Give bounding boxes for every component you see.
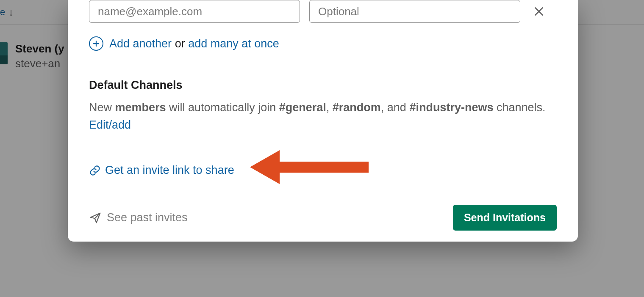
close-icon: [533, 6, 544, 17]
modal-bottom-row: See past invites Send Invitations: [89, 205, 557, 231]
email-input[interactable]: [89, 0, 300, 23]
invite-input-row: [89, 0, 557, 23]
plus-circle-icon[interactable]: [89, 36, 103, 51]
get-invite-link[interactable]: Get an invite link to share: [89, 164, 557, 177]
dc-channel-industry: #industry-news: [409, 101, 493, 114]
default-channels-heading: Default Channels: [89, 79, 557, 92]
add-another-link[interactable]: Add another: [109, 37, 172, 50]
add-another-row: Add another or add many at once: [89, 36, 557, 51]
get-invite-link-label: Get an invite link to share: [105, 164, 234, 177]
send-invitations-button[interactable]: Send Invitations: [453, 205, 557, 231]
dc-sep-1: ,: [326, 101, 333, 114]
dc-text-3: channels.: [493, 101, 545, 114]
dc-sep-2: , and: [381, 101, 410, 114]
link-icon: [89, 165, 101, 176]
dc-members: members: [115, 101, 166, 114]
dc-text-1: New: [89, 101, 115, 114]
or-text: or: [172, 37, 188, 50]
edit-add-link[interactable]: Edit/add: [89, 117, 131, 133]
see-past-invites-label: See past invites: [107, 211, 188, 224]
dc-text-2: will automatically join: [166, 101, 279, 114]
see-past-invites[interactable]: See past invites: [89, 211, 188, 224]
add-many-link[interactable]: add many at once: [188, 37, 279, 50]
invite-modal: Add another or add many at once Default …: [68, 0, 578, 242]
remove-row-button[interactable]: [530, 2, 548, 21]
paper-plane-icon: [89, 212, 102, 224]
name-optional-input[interactable]: [309, 0, 520, 23]
default-channels-body: New members will automatically join #gen…: [89, 99, 557, 133]
dc-channel-random: #random: [333, 101, 381, 114]
dc-channel-general: #general: [279, 101, 326, 114]
